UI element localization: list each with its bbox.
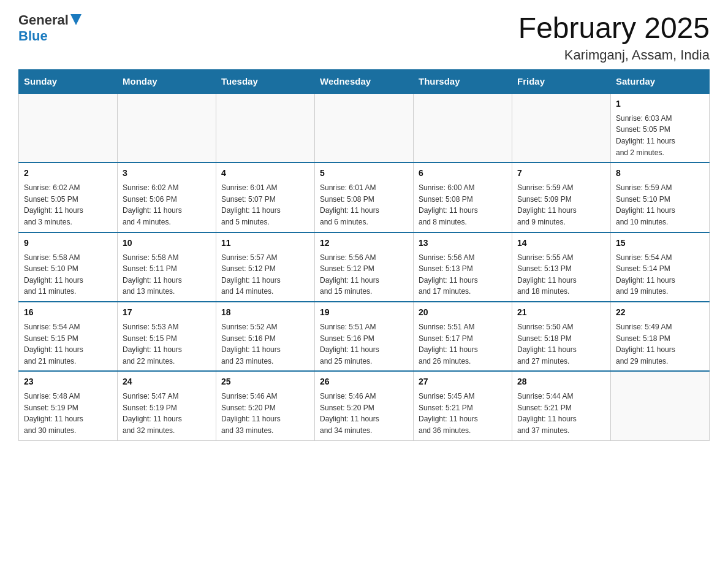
calendar-cell: 12Sunrise: 5:56 AM Sunset: 5:12 PM Dayli…	[315, 232, 414, 302]
calendar-row-0: 1Sunrise: 6:03 AM Sunset: 5:05 PM Daylig…	[19, 93, 710, 163]
day-info: Sunrise: 6:00 AM Sunset: 5:08 PM Dayligh…	[419, 182, 507, 228]
calendar-row-4: 23Sunrise: 5:48 AM Sunset: 5:19 PM Dayli…	[19, 371, 710, 440]
calendar-cell: 21Sunrise: 5:50 AM Sunset: 5:18 PM Dayli…	[512, 302, 611, 371]
day-info: Sunrise: 6:03 AM Sunset: 5:05 PM Dayligh…	[616, 113, 704, 158]
weekday-header-row: SundayMondayTuesdayWednesdayThursdayFrid…	[19, 69, 710, 93]
day-number: 1	[616, 98, 704, 110]
calendar-cell: 13Sunrise: 5:56 AM Sunset: 5:13 PM Dayli…	[414, 232, 512, 302]
day-info: Sunrise: 5:57 AM Sunset: 5:12 PM Dayligh…	[221, 252, 309, 297]
day-info: Sunrise: 5:51 AM Sunset: 5:16 PM Dayligh…	[320, 321, 408, 367]
logo-blue-text: Blue	[18, 28, 82, 44]
calendar-cell	[19, 93, 118, 163]
weekday-header-wednesday: Wednesday	[315, 69, 414, 93]
day-info: Sunrise: 5:49 AM Sunset: 5:18 PM Dayligh…	[616, 321, 704, 367]
weekday-header-thursday: Thursday	[414, 69, 512, 93]
day-number: 25	[221, 375, 309, 388]
calendar-cell: 18Sunrise: 5:52 AM Sunset: 5:16 PM Dayli…	[216, 302, 315, 371]
weekday-header-sunday: Sunday	[19, 69, 118, 93]
calendar-cell: 22Sunrise: 5:49 AM Sunset: 5:18 PM Dayli…	[611, 302, 710, 371]
calendar-cell	[315, 93, 414, 163]
day-number: 4	[221, 167, 309, 180]
calendar-cell: 3Sunrise: 6:02 AM Sunset: 5:06 PM Daylig…	[118, 163, 216, 232]
day-info: Sunrise: 5:46 AM Sunset: 5:20 PM Dayligh…	[320, 391, 408, 436]
day-number: 2	[24, 167, 112, 180]
calendar-cell: 5Sunrise: 6:01 AM Sunset: 5:08 PM Daylig…	[315, 163, 414, 232]
location-title: Karimganj, Assam, India	[518, 47, 710, 63]
day-info: Sunrise: 5:59 AM Sunset: 5:10 PM Dayligh…	[616, 182, 704, 228]
day-number: 14	[517, 237, 605, 250]
calendar-row-2: 9Sunrise: 5:58 AM Sunset: 5:10 PM Daylig…	[19, 232, 710, 302]
day-number: 5	[320, 167, 408, 180]
day-info: Sunrise: 5:54 AM Sunset: 5:14 PM Dayligh…	[616, 252, 704, 297]
day-number: 20	[419, 306, 507, 319]
day-info: Sunrise: 5:51 AM Sunset: 5:17 PM Dayligh…	[419, 321, 507, 367]
day-number: 23	[24, 375, 112, 388]
day-info: Sunrise: 5:52 AM Sunset: 5:16 PM Dayligh…	[221, 321, 309, 367]
day-info: Sunrise: 5:55 AM Sunset: 5:13 PM Dayligh…	[517, 252, 605, 297]
calendar-cell: 10Sunrise: 5:58 AM Sunset: 5:11 PM Dayli…	[118, 232, 216, 302]
day-number: 11	[221, 237, 309, 250]
calendar-cell: 1Sunrise: 6:03 AM Sunset: 5:05 PM Daylig…	[611, 93, 710, 163]
calendar-cell	[118, 93, 216, 163]
day-info: Sunrise: 5:44 AM Sunset: 5:21 PM Dayligh…	[517, 391, 605, 436]
svg-marker-0	[70, 14, 82, 25]
day-number: 16	[24, 306, 112, 319]
day-info: Sunrise: 5:58 AM Sunset: 5:11 PM Dayligh…	[123, 252, 211, 297]
weekday-header-saturday: Saturday	[611, 69, 710, 93]
calendar-cell: 23Sunrise: 5:48 AM Sunset: 5:19 PM Dayli…	[19, 371, 118, 440]
weekday-header-tuesday: Tuesday	[216, 69, 315, 93]
day-info: Sunrise: 5:50 AM Sunset: 5:18 PM Dayligh…	[517, 321, 605, 367]
day-number: 15	[616, 237, 704, 250]
day-number: 6	[419, 167, 507, 180]
day-info: Sunrise: 5:48 AM Sunset: 5:19 PM Dayligh…	[24, 391, 112, 436]
calendar-cell: 28Sunrise: 5:44 AM Sunset: 5:21 PM Dayli…	[512, 371, 611, 440]
calendar-cell: 19Sunrise: 5:51 AM Sunset: 5:16 PM Dayli…	[315, 302, 414, 371]
calendar-cell: 26Sunrise: 5:46 AM Sunset: 5:20 PM Dayli…	[315, 371, 414, 440]
day-info: Sunrise: 5:56 AM Sunset: 5:13 PM Dayligh…	[419, 252, 507, 297]
weekday-header-friday: Friday	[512, 69, 611, 93]
calendar-cell	[611, 371, 710, 440]
day-number: 7	[517, 167, 605, 180]
day-info: Sunrise: 6:02 AM Sunset: 5:06 PM Dayligh…	[123, 182, 211, 228]
calendar-cell: 17Sunrise: 5:53 AM Sunset: 5:15 PM Dayli…	[118, 302, 216, 371]
calendar-cell	[216, 93, 315, 163]
calendar-cell: 15Sunrise: 5:54 AM Sunset: 5:14 PM Dayli…	[611, 232, 710, 302]
day-info: Sunrise: 5:45 AM Sunset: 5:21 PM Dayligh…	[419, 391, 507, 436]
weekday-header-monday: Monday	[118, 69, 216, 93]
calendar-cell: 6Sunrise: 6:00 AM Sunset: 5:08 PM Daylig…	[414, 163, 512, 232]
day-number: 8	[616, 167, 704, 180]
calendar-cell: 7Sunrise: 5:59 AM Sunset: 5:09 PM Daylig…	[512, 163, 611, 232]
day-number: 12	[320, 237, 408, 250]
calendar-cell: 20Sunrise: 5:51 AM Sunset: 5:17 PM Dayli…	[414, 302, 512, 371]
day-info: Sunrise: 5:46 AM Sunset: 5:20 PM Dayligh…	[221, 391, 309, 436]
day-number: 19	[320, 306, 408, 319]
month-title: February 2025	[518, 12, 710, 45]
title-block: February 2025 Karimganj, Assam, India	[518, 12, 710, 63]
day-info: Sunrise: 6:02 AM Sunset: 5:05 PM Dayligh…	[24, 182, 112, 228]
calendar-table: SundayMondayTuesdayWednesdayThursdayFrid…	[18, 69, 710, 441]
logo-general-text: General	[18, 12, 69, 28]
calendar-cell: 16Sunrise: 5:54 AM Sunset: 5:15 PM Dayli…	[19, 302, 118, 371]
day-number: 22	[616, 306, 704, 319]
calendar-row-3: 16Sunrise: 5:54 AM Sunset: 5:15 PM Dayli…	[19, 302, 710, 371]
calendar-cell: 9Sunrise: 5:58 AM Sunset: 5:10 PM Daylig…	[19, 232, 118, 302]
calendar-cell: 2Sunrise: 6:02 AM Sunset: 5:05 PM Daylig…	[19, 163, 118, 232]
calendar-cell: 24Sunrise: 5:47 AM Sunset: 5:19 PM Dayli…	[118, 371, 216, 440]
day-number: 10	[123, 237, 211, 250]
day-info: Sunrise: 5:53 AM Sunset: 5:15 PM Dayligh…	[123, 321, 211, 367]
day-info: Sunrise: 5:54 AM Sunset: 5:15 PM Dayligh…	[24, 321, 112, 367]
day-info: Sunrise: 6:01 AM Sunset: 5:07 PM Dayligh…	[221, 182, 309, 228]
page-header: General Blue February 2025 Karimganj, As…	[18, 12, 710, 63]
day-info: Sunrise: 5:47 AM Sunset: 5:19 PM Dayligh…	[123, 391, 211, 436]
calendar-cell	[414, 93, 512, 163]
day-info: Sunrise: 6:01 AM Sunset: 5:08 PM Dayligh…	[320, 182, 408, 228]
day-number: 24	[123, 375, 211, 388]
calendar-cell: 14Sunrise: 5:55 AM Sunset: 5:13 PM Dayli…	[512, 232, 611, 302]
day-info: Sunrise: 5:59 AM Sunset: 5:09 PM Dayligh…	[517, 182, 605, 228]
day-number: 17	[123, 306, 211, 319]
day-number: 13	[419, 237, 507, 250]
day-number: 26	[320, 375, 408, 388]
calendar-cell: 25Sunrise: 5:46 AM Sunset: 5:20 PM Dayli…	[216, 371, 315, 440]
day-number: 9	[24, 237, 112, 250]
day-number: 28	[517, 375, 605, 388]
